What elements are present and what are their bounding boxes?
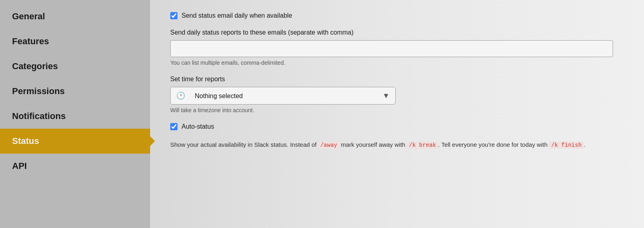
sidebar-item-api-label: API <box>12 161 27 171</box>
time-report-section: Set time for reports 🕐 Nothing selected … <box>170 76 624 113</box>
time-report-hint: Will take a timezone into account. <box>170 107 624 113</box>
auto-status-row: Auto-status <box>170 123 624 130</box>
time-select[interactable]: Nothing selected 12:00 AM 6:00 AM 8:00 A… <box>191 87 377 104</box>
clock-icon: 🕐 <box>171 87 191 104</box>
sidebar-item-general-label: General <box>12 11 45 22</box>
auto-status-description: Show your actual availability in Slack s… <box>170 140 613 150</box>
sidebar-item-categories-label: Categories <box>12 61 58 72</box>
send-status-email-label[interactable]: Send status email daily when available <box>182 12 292 19</box>
send-status-email-row: Send status email daily when available <box>170 12 624 19</box>
sidebar-item-general[interactable]: General <box>0 4 150 29</box>
sidebar-item-features[interactable]: Features <box>0 29 150 54</box>
auto-status-checkbox[interactable] <box>170 123 178 130</box>
email-report-hint: You can list multiple emails, comma-deli… <box>170 60 624 66</box>
away-code: /away <box>318 142 339 149</box>
sidebar-item-status[interactable]: Status <box>0 129 150 154</box>
sidebar-item-notifications[interactable]: Notifications <box>0 104 150 129</box>
send-status-email-checkbox[interactable] <box>170 12 178 19</box>
auto-status-text-middle: mark yourself away with <box>339 141 407 148</box>
k-finish-code: /k finish <box>549 142 584 149</box>
time-select-wrapper: 🕐 Nothing selected 12:00 AM 6:00 AM 8:00… <box>170 87 396 105</box>
email-report-label: Send daily status reports to these email… <box>170 29 624 36</box>
sidebar-item-api[interactable]: API <box>0 154 150 179</box>
main-content: Send status email daily when available S… <box>150 0 644 228</box>
sidebar: General Features Categories Permissions … <box>0 0 150 228</box>
auto-status-text-before: Show your actual availability in Slack s… <box>170 141 318 148</box>
sidebar-item-categories[interactable]: Categories <box>0 54 150 79</box>
sidebar-item-features-label: Features <box>12 36 49 47</box>
auto-status-text-after1: . Tell everyone you're done for today wi… <box>438 141 549 148</box>
email-report-input[interactable] <box>170 40 613 57</box>
time-report-label: Set time for reports <box>170 76 624 83</box>
sidebar-item-status-label: Status <box>12 136 39 146</box>
chevron-down-icon: ▼ <box>377 92 395 100</box>
sidebar-item-permissions[interactable]: Permissions <box>0 79 150 104</box>
k-break-code: /k break <box>407 142 438 149</box>
sidebar-item-permissions-label: Permissions <box>12 86 65 97</box>
email-report-section: Send daily status reports to these email… <box>170 29 624 66</box>
sidebar-item-notifications-label: Notifications <box>12 111 66 121</box>
auto-status-label[interactable]: Auto-status <box>182 123 214 130</box>
auto-status-text-after2: . <box>584 141 585 148</box>
